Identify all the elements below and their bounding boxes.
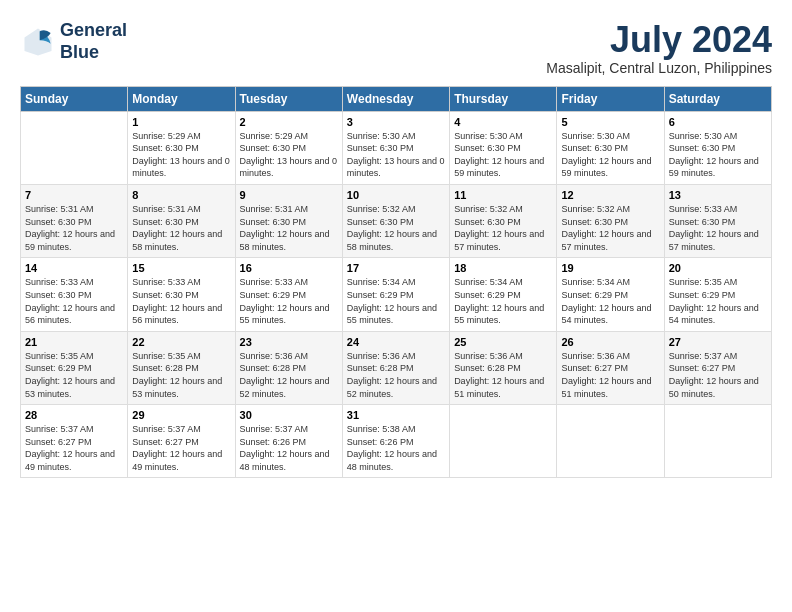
day-number: 21 <box>25 336 123 348</box>
calendar-cell: 14Sunrise: 5:33 AMSunset: 6:30 PMDayligh… <box>21 258 128 331</box>
day-info: Sunrise: 5:35 AMSunset: 6:28 PMDaylight:… <box>132 350 230 400</box>
calendar-cell: 10Sunrise: 5:32 AMSunset: 6:30 PMDayligh… <box>342 184 449 257</box>
calendar-cell: 5Sunrise: 5:30 AMSunset: 6:30 PMDaylight… <box>557 111 664 184</box>
day-number: 5 <box>561 116 659 128</box>
calendar-cell: 13Sunrise: 5:33 AMSunset: 6:30 PMDayligh… <box>664 184 771 257</box>
day-info: Sunrise: 5:37 AMSunset: 6:27 PMDaylight:… <box>132 423 230 473</box>
week-row-4: 21Sunrise: 5:35 AMSunset: 6:29 PMDayligh… <box>21 331 772 404</box>
day-number: 23 <box>240 336 338 348</box>
day-number: 25 <box>454 336 552 348</box>
calendar-cell <box>450 405 557 478</box>
day-number: 22 <box>132 336 230 348</box>
day-number: 27 <box>669 336 767 348</box>
calendar-cell: 16Sunrise: 5:33 AMSunset: 6:29 PMDayligh… <box>235 258 342 331</box>
day-number: 8 <box>132 189 230 201</box>
day-number: 6 <box>669 116 767 128</box>
day-info: Sunrise: 5:33 AMSunset: 6:29 PMDaylight:… <box>240 276 338 326</box>
logo-line2: Blue <box>60 42 99 62</box>
day-info: Sunrise: 5:36 AMSunset: 6:28 PMDaylight:… <box>454 350 552 400</box>
day-number: 14 <box>25 262 123 274</box>
day-number: 20 <box>669 262 767 274</box>
day-number: 24 <box>347 336 445 348</box>
day-info: Sunrise: 5:34 AMSunset: 6:29 PMDaylight:… <box>454 276 552 326</box>
weekday-header-saturday: Saturday <box>664 86 771 111</box>
day-number: 26 <box>561 336 659 348</box>
day-info: Sunrise: 5:37 AMSunset: 6:27 PMDaylight:… <box>669 350 767 400</box>
day-info: Sunrise: 5:38 AMSunset: 6:26 PMDaylight:… <box>347 423 445 473</box>
day-info: Sunrise: 5:31 AMSunset: 6:30 PMDaylight:… <box>25 203 123 253</box>
day-number: 13 <box>669 189 767 201</box>
calendar-cell: 26Sunrise: 5:36 AMSunset: 6:27 PMDayligh… <box>557 331 664 404</box>
calendar-cell: 25Sunrise: 5:36 AMSunset: 6:28 PMDayligh… <box>450 331 557 404</box>
day-number: 17 <box>347 262 445 274</box>
day-number: 19 <box>561 262 659 274</box>
calendar-cell: 6Sunrise: 5:30 AMSunset: 6:30 PMDaylight… <box>664 111 771 184</box>
day-info: Sunrise: 5:30 AMSunset: 6:30 PMDaylight:… <box>669 130 767 180</box>
weekday-header-sunday: Sunday <box>21 86 128 111</box>
logo-line1: General <box>60 20 127 40</box>
location: Masalipit, Central Luzon, Philippines <box>546 60 772 76</box>
calendar-cell: 19Sunrise: 5:34 AMSunset: 6:29 PMDayligh… <box>557 258 664 331</box>
week-row-3: 14Sunrise: 5:33 AMSunset: 6:30 PMDayligh… <box>21 258 772 331</box>
calendar-cell: 28Sunrise: 5:37 AMSunset: 6:27 PMDayligh… <box>21 405 128 478</box>
calendar-cell: 23Sunrise: 5:36 AMSunset: 6:28 PMDayligh… <box>235 331 342 404</box>
day-number: 10 <box>347 189 445 201</box>
day-info: Sunrise: 5:33 AMSunset: 6:30 PMDaylight:… <box>669 203 767 253</box>
month-year: July 2024 <box>546 20 772 60</box>
day-number: 2 <box>240 116 338 128</box>
calendar-cell: 4Sunrise: 5:30 AMSunset: 6:30 PMDaylight… <box>450 111 557 184</box>
day-number: 1 <box>132 116 230 128</box>
day-info: Sunrise: 5:31 AMSunset: 6:30 PMDaylight:… <box>240 203 338 253</box>
day-info: Sunrise: 5:35 AMSunset: 6:29 PMDaylight:… <box>25 350 123 400</box>
calendar-cell: 30Sunrise: 5:37 AMSunset: 6:26 PMDayligh… <box>235 405 342 478</box>
day-info: Sunrise: 5:29 AMSunset: 6:30 PMDaylight:… <box>240 130 338 180</box>
weekday-header-tuesday: Tuesday <box>235 86 342 111</box>
day-number: 3 <box>347 116 445 128</box>
day-info: Sunrise: 5:33 AMSunset: 6:30 PMDaylight:… <box>25 276 123 326</box>
calendar-cell <box>557 405 664 478</box>
calendar-cell <box>664 405 771 478</box>
day-info: Sunrise: 5:30 AMSunset: 6:30 PMDaylight:… <box>347 130 445 180</box>
day-info: Sunrise: 5:34 AMSunset: 6:29 PMDaylight:… <box>347 276 445 326</box>
logo-text: General Blue <box>60 20 127 63</box>
calendar-cell: 8Sunrise: 5:31 AMSunset: 6:30 PMDaylight… <box>128 184 235 257</box>
week-row-2: 7Sunrise: 5:31 AMSunset: 6:30 PMDaylight… <box>21 184 772 257</box>
day-number: 11 <box>454 189 552 201</box>
calendar-cell: 11Sunrise: 5:32 AMSunset: 6:30 PMDayligh… <box>450 184 557 257</box>
calendar-cell: 9Sunrise: 5:31 AMSunset: 6:30 PMDaylight… <box>235 184 342 257</box>
calendar-cell: 31Sunrise: 5:38 AMSunset: 6:26 PMDayligh… <box>342 405 449 478</box>
week-row-5: 28Sunrise: 5:37 AMSunset: 6:27 PMDayligh… <box>21 405 772 478</box>
calendar-cell: 29Sunrise: 5:37 AMSunset: 6:27 PMDayligh… <box>128 405 235 478</box>
week-row-1: 1Sunrise: 5:29 AMSunset: 6:30 PMDaylight… <box>21 111 772 184</box>
day-info: Sunrise: 5:35 AMSunset: 6:29 PMDaylight:… <box>669 276 767 326</box>
calendar-cell: 20Sunrise: 5:35 AMSunset: 6:29 PMDayligh… <box>664 258 771 331</box>
calendar-cell <box>21 111 128 184</box>
weekday-header-thursday: Thursday <box>450 86 557 111</box>
weekday-header-row: SundayMondayTuesdayWednesdayThursdayFrid… <box>21 86 772 111</box>
day-info: Sunrise: 5:36 AMSunset: 6:28 PMDaylight:… <box>347 350 445 400</box>
weekday-header-friday: Friday <box>557 86 664 111</box>
calendar-cell: 12Sunrise: 5:32 AMSunset: 6:30 PMDayligh… <box>557 184 664 257</box>
logo-icon <box>20 24 56 60</box>
day-info: Sunrise: 5:37 AMSunset: 6:26 PMDaylight:… <box>240 423 338 473</box>
day-number: 15 <box>132 262 230 274</box>
calendar-cell: 17Sunrise: 5:34 AMSunset: 6:29 PMDayligh… <box>342 258 449 331</box>
day-info: Sunrise: 5:31 AMSunset: 6:30 PMDaylight:… <box>132 203 230 253</box>
day-number: 30 <box>240 409 338 421</box>
day-info: Sunrise: 5:32 AMSunset: 6:30 PMDaylight:… <box>347 203 445 253</box>
calendar-cell: 21Sunrise: 5:35 AMSunset: 6:29 PMDayligh… <box>21 331 128 404</box>
weekday-header-wednesday: Wednesday <box>342 86 449 111</box>
day-number: 7 <box>25 189 123 201</box>
day-number: 16 <box>240 262 338 274</box>
page-header: General Blue July 2024 Masalipit, Centra… <box>20 20 772 76</box>
calendar-cell: 3Sunrise: 5:30 AMSunset: 6:30 PMDaylight… <box>342 111 449 184</box>
calendar-cell: 2Sunrise: 5:29 AMSunset: 6:30 PMDaylight… <box>235 111 342 184</box>
day-info: Sunrise: 5:33 AMSunset: 6:30 PMDaylight:… <box>132 276 230 326</box>
weekday-header-monday: Monday <box>128 86 235 111</box>
day-info: Sunrise: 5:30 AMSunset: 6:30 PMDaylight:… <box>561 130 659 180</box>
calendar-cell: 1Sunrise: 5:29 AMSunset: 6:30 PMDaylight… <box>128 111 235 184</box>
calendar-table: SundayMondayTuesdayWednesdayThursdayFrid… <box>20 86 772 479</box>
day-number: 12 <box>561 189 659 201</box>
calendar-cell: 15Sunrise: 5:33 AMSunset: 6:30 PMDayligh… <box>128 258 235 331</box>
day-number: 31 <box>347 409 445 421</box>
